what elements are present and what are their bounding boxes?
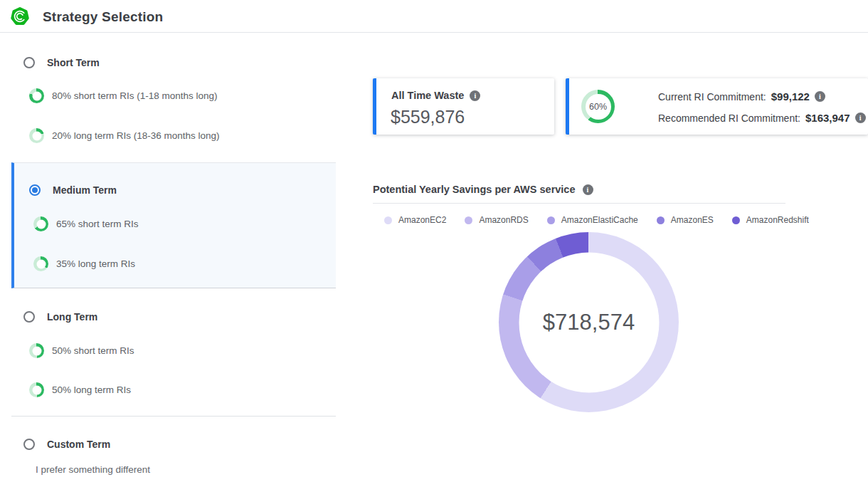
legend-item[interactable]: AmazonElastiCache xyxy=(547,215,638,225)
ri-mix-label: 65% short term RIs xyxy=(56,219,139,229)
legend-label: AmazonEC2 xyxy=(398,215,446,225)
strategy-selection-page: Strategy Selection Short Term 80% short … xyxy=(0,0,868,492)
info-icon[interactable] xyxy=(855,112,866,123)
recommended-commitment-line: Recommended RI Commitment: $163,947 xyxy=(658,112,866,124)
legend-dot-icon xyxy=(657,216,665,224)
percent-donut-icon xyxy=(33,256,48,271)
legend-dot-icon xyxy=(547,216,555,224)
option-label: Medium Term xyxy=(53,184,117,196)
ri-mix-label: 20% long term RIs (18-36 months long) xyxy=(52,130,220,141)
legend-item[interactable]: AmazonES xyxy=(657,215,714,225)
radio-long-term[interactable] xyxy=(23,311,35,323)
ri-mix-label: 50% long term RIs xyxy=(52,384,131,395)
radio-short-term[interactable] xyxy=(23,57,35,68)
savings-total-label: $718,574 xyxy=(499,232,679,412)
option-label: Custom Term xyxy=(47,439,110,450)
gauge-percent-label: 60% xyxy=(581,90,615,123)
radio-medium-term[interactable] xyxy=(29,184,41,196)
ri-commitment-card: 60% Current RI Commitment: $99,122 Recom… xyxy=(566,78,868,135)
recommended-commitment-label: Recommended RI Commitment: xyxy=(658,112,800,124)
option-custom-term[interactable]: Custom Term xyxy=(23,439,110,450)
legend-item[interactable]: AmazonRedshift xyxy=(732,215,809,225)
ri-mix-label: 35% long term RIs xyxy=(56,258,135,269)
ri-mix-row: 35% long term RIs xyxy=(33,256,135,271)
option-long-term[interactable]: Long Term xyxy=(23,311,97,323)
section-divider xyxy=(11,416,336,417)
chart-title: Potential Yearly Savings per AWS service xyxy=(373,184,576,195)
waste-card-label: All Time Waste xyxy=(391,90,464,101)
info-icon[interactable] xyxy=(583,184,593,195)
waste-card-value: $559,876 xyxy=(391,107,465,127)
legend-item[interactable]: AmazonEC2 xyxy=(384,215,446,225)
chart-divider xyxy=(373,203,785,204)
recommended-commitment-value: $163,947 xyxy=(805,112,850,124)
ri-mix-label: 80% short term RIs (1-18 months long) xyxy=(52,90,218,101)
legend-dot-icon xyxy=(384,216,392,224)
legend-label: AmazonRedshift xyxy=(746,215,809,225)
ri-mix-row: 80% short term RIs (1-18 months long) xyxy=(29,88,218,103)
info-icon[interactable] xyxy=(470,90,480,101)
legend-dot-icon xyxy=(465,216,472,224)
option-label: Short Term xyxy=(47,57,100,68)
option-medium-term[interactable]: Medium Term xyxy=(29,184,117,196)
percent-donut-icon xyxy=(33,216,48,231)
page-title: Strategy Selection xyxy=(43,9,163,25)
legend-label: AmazonElastiCache xyxy=(561,215,638,225)
cloudcheckr-logo-icon xyxy=(10,6,30,26)
custom-term-description: I prefer something different xyxy=(36,464,150,475)
percent-donut-icon xyxy=(29,343,44,358)
radio-custom-term[interactable] xyxy=(23,439,35,450)
current-commitment-value: $99,122 xyxy=(771,90,810,103)
ri-mix-row: 50% long term RIs xyxy=(29,382,131,397)
current-commitment-label: Current RI Commitment: xyxy=(658,91,766,103)
option-short-term[interactable]: Short Term xyxy=(23,57,100,68)
info-icon[interactable] xyxy=(815,91,825,102)
option-medium-term-panel[interactable]: Medium Term 65% short term RIs 35% long … xyxy=(11,162,336,288)
savings-donut-ring[interactable]: $718,574 xyxy=(499,232,679,412)
percent-donut-icon xyxy=(29,382,44,397)
ri-mix-row: 20% long term RIs (18-36 months long) xyxy=(29,128,220,143)
legend-label: AmazonES xyxy=(671,215,714,225)
legend-dot-icon xyxy=(732,216,740,224)
commitment-gauge-icon: 60% xyxy=(581,90,615,123)
current-commitment-line: Current RI Commitment: $99,122 xyxy=(658,90,825,103)
savings-chart-section: Potential Yearly Savings per AWS service… xyxy=(373,178,785,225)
ri-mix-label: 50% short term RIs xyxy=(52,345,134,356)
legend-item[interactable]: AmazonRDS xyxy=(465,215,528,225)
chart-legend: AmazonEC2AmazonRDSAmazonElastiCacheAmazo… xyxy=(373,215,785,225)
option-label: Long Term xyxy=(47,311,97,323)
legend-label: AmazonRDS xyxy=(479,215,528,225)
ri-mix-row: 65% short term RIs xyxy=(33,216,139,231)
all-time-waste-card: All Time Waste $559,876 xyxy=(373,78,554,135)
percent-donut-icon xyxy=(29,88,44,103)
ri-mix-row: 50% short term RIs xyxy=(29,343,134,358)
page-header: Strategy Selection xyxy=(0,0,868,33)
percent-donut-icon xyxy=(29,128,44,143)
